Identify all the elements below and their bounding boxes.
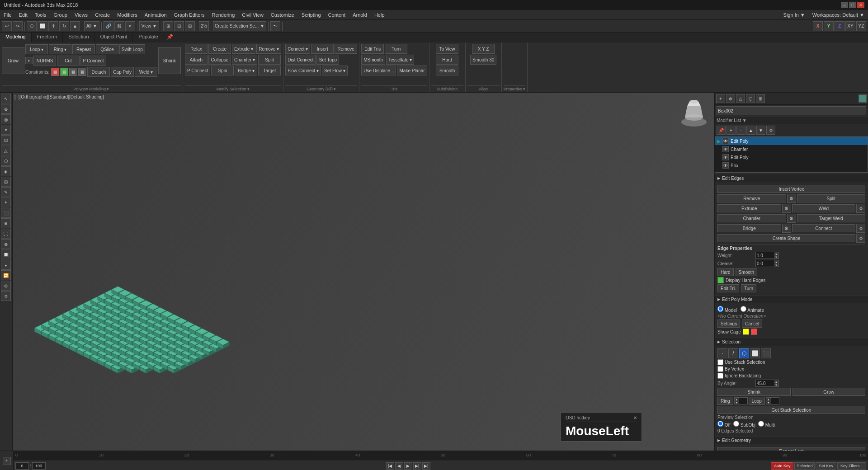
settings-btn-rp[interactable]: Settings — [717, 320, 740, 328]
repeat-last-btn[interactable]: Repeat Last — [717, 447, 865, 451]
scale-btn[interactable]: ▲ — [70, 21, 80, 31]
bridge-settings-btn[interactable]: ⚙ — [782, 224, 791, 233]
mirror-btn[interactable]: ⊟ — [174, 21, 184, 31]
off-radio[interactable] — [717, 421, 723, 427]
subobj-radio-label[interactable]: SubObj — [733, 421, 755, 428]
c-icon-2[interactable]: ▦ — [60, 68, 68, 76]
xy-plane[interactable]: XY — [845, 21, 855, 31]
target-weld-btn[interactable]: Target Weld — [797, 214, 866, 222]
tl-add-btn[interactable]: + — [3, 457, 11, 465]
lt-btn-19[interactable]: ⊕ — [1, 281, 11, 291]
animate-radio-label[interactable]: Animate — [741, 306, 764, 313]
signin-btn[interactable]: Sign In ▼ — [780, 11, 809, 19]
smooth-btn-ribbon[interactable]: Smooth — [436, 66, 458, 75]
angle-up-btn[interactable]: ▲ — [774, 380, 778, 383]
shrink-btn-rp[interactable]: Shrink — [717, 388, 791, 396]
tl-prev-btn[interactable]: ◀ — [395, 462, 403, 470]
repeat-btn[interactable]: Repeat — [72, 44, 95, 54]
mod-icon-add[interactable]: + — [726, 126, 736, 135]
menu-arnold[interactable]: Arnold — [349, 11, 371, 19]
hard-btn-rp[interactable]: Hard — [717, 268, 734, 276]
mod-icon-pin[interactable]: 📌 — [717, 126, 726, 135]
y-axis[interactable]: Y — [824, 21, 834, 31]
section-edit-geometry-header[interactable]: ▶ Edit Geometry — [715, 437, 868, 444]
menu-animation[interactable]: Animation — [141, 11, 170, 19]
loop-btn[interactable]: Loop ▾ — [25, 44, 48, 54]
sel-element-btn[interactable]: ⬛ — [761, 348, 771, 358]
grow-btn[interactable]: Grow — [2, 47, 24, 74]
lt-btn-7[interactable]: ⬡ — [1, 156, 11, 166]
sel-vertex-btn[interactable]: · — [717, 348, 727, 358]
model-radio[interactable] — [717, 306, 723, 312]
subobj-radio[interactable] — [733, 421, 739, 427]
menu-modifiers[interactable]: Modifiers — [113, 11, 141, 19]
timeline-track[interactable]: 0 10 20 30 40 50 60 70 80 90 100 — [14, 451, 868, 461]
shrink-btn[interactable]: Shrink — [158, 47, 181, 74]
close-btn[interactable]: ✕ — [857, 2, 864, 8]
lt-btn-3[interactable]: ◎ — [1, 114, 11, 124]
mod-eye-4[interactable]: 👁 — [722, 162, 729, 169]
ring-up-btn[interactable]: ▲ — [735, 398, 739, 401]
p-connect-btn[interactable]: P Connect — [80, 56, 106, 66]
chamfer-settings-btn[interactable]: ⚙ — [787, 214, 796, 223]
rp-icon-2[interactable]: ⊕ — [726, 94, 735, 103]
lt-btn-1[interactable]: ↖ — [1, 94, 11, 103]
to-view-btn[interactable]: To View — [436, 44, 458, 54]
x-axis[interactable]: X — [813, 21, 823, 31]
remove-settings-btn[interactable]: ⚙ — [787, 194, 796, 203]
lt-btn-9[interactable]: ⊞ — [1, 177, 11, 187]
rp-object-color[interactable] — [859, 94, 867, 103]
snap-toggle[interactable]: 2½ — [199, 21, 209, 31]
grow-btn-rp[interactable]: Grow — [793, 388, 866, 396]
modifier-chamfer[interactable]: ▶ 👁 Chamfer — [715, 145, 868, 153]
weight-up-btn[interactable]: ▲ — [774, 252, 778, 255]
weight-down-btn[interactable]: ▼ — [774, 255, 778, 258]
qslice-btn[interactable]: QSlice — [96, 44, 118, 54]
yz-plane[interactable]: YZ — [856, 21, 866, 31]
tab-pin[interactable]: 📌 — [164, 33, 176, 42]
mod-icon-remove[interactable]: - — [736, 126, 745, 135]
c-icon-3[interactable]: ▦ — [69, 68, 77, 76]
weld-btn-rp[interactable]: Weld — [792, 204, 856, 212]
use-displace-btn[interactable]: Use Displace... — [361, 66, 396, 75]
tl-play-btn[interactable]: ▶ — [404, 462, 412, 470]
loop-spinner[interactable]: ▲ ▼ — [766, 397, 779, 404]
menu-customize[interactable]: Customize — [267, 11, 298, 19]
swift-loop-btn[interactable]: Swift Loop — [119, 44, 145, 54]
osd-close[interactable]: ✕ — [633, 415, 637, 420]
msmooth-btn-ribbon[interactable]: MSmooth — [361, 55, 385, 65]
array-btn[interactable]: ⊞ — [185, 21, 195, 31]
lt-btn-8[interactable]: ◈ — [1, 166, 11, 176]
mod-eye-3[interactable]: 👁 — [722, 154, 729, 160]
z-axis[interactable]: Z — [835, 21, 844, 31]
c-icon-4[interactable]: ▦ — [78, 68, 86, 76]
tab-object-paint[interactable]: Object Paint — [95, 33, 133, 42]
menu-file[interactable]: File — [0, 11, 15, 19]
rp-icon-5[interactable]: ⊞ — [756, 94, 765, 103]
view-dropdown[interactable]: View ▼ — [139, 21, 159, 31]
weight-input[interactable] — [756, 253, 774, 258]
remove2-btn[interactable]: Remove — [335, 44, 357, 54]
menu-create[interactable]: Create — [91, 11, 113, 19]
undo-btn[interactable]: ↩ — [2, 21, 12, 31]
tab-populate[interactable]: Populate — [133, 33, 164, 42]
nurms-btn[interactable]: NURMS — [33, 56, 56, 66]
lt-btn-20[interactable]: ≎ — [1, 291, 11, 301]
crease-up-btn[interactable]: ▲ — [774, 260, 778, 263]
tab-selection[interactable]: Selection — [63, 33, 94, 42]
off-radio-label[interactable]: Off — [717, 421, 731, 428]
lt-btn-14[interactable]: ⛶ — [1, 229, 11, 239]
smooth30-btn[interactable]: Smooth 30 — [470, 55, 496, 65]
lt-btn-2[interactable]: ⊕ — [1, 104, 11, 114]
hard-btn-ribbon[interactable]: Hard — [436, 55, 458, 65]
cap-poly-btn[interactable]: Cap Poly — [111, 67, 134, 77]
create-selection-btn[interactable]: Create Selection Se... ▼ — [213, 21, 266, 31]
menu-help[interactable]: Help — [371, 11, 388, 19]
tl-start-input[interactable] — [15, 462, 29, 470]
connect-btn-rp[interactable]: Connect — [792, 224, 856, 232]
angle-spinner[interactable]: ▲ ▼ — [755, 380, 779, 387]
tl-end-input[interactable] — [32, 462, 46, 470]
workspaces-btn[interactable]: Workspaces: Default ▼ — [809, 11, 868, 19]
tab-modeling[interactable]: Modeling — [0, 33, 32, 42]
chamfer-btn-ribbon[interactable]: Chamfer ▾ — [232, 55, 257, 65]
